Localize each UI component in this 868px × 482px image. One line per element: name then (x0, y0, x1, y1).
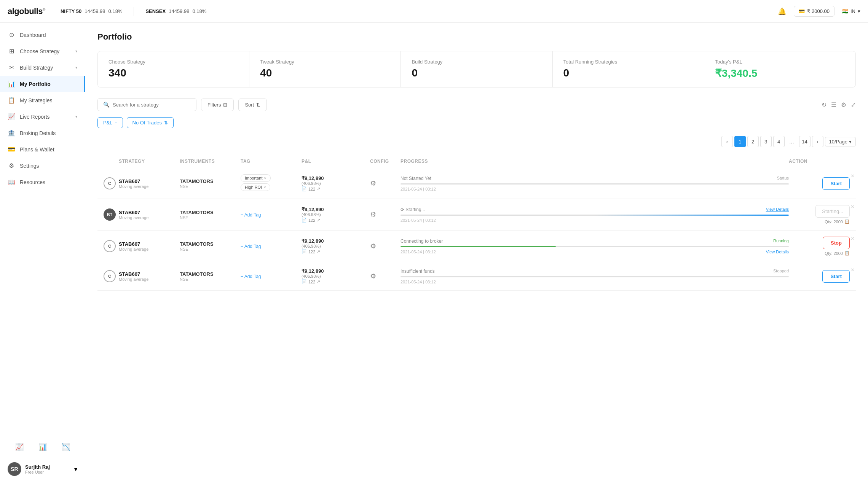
page-button-4[interactable]: 4 (773, 136, 785, 147)
nifty-market: NIFTY 50 14459.98 0.18% (61, 8, 123, 14)
sort-tag-trades[interactable]: No Of Trades ⇅ (127, 117, 174, 128)
sidebar-item-label: My Portfolio (20, 81, 51, 87)
sidebar-item-my-portfolio[interactable]: 📊 My Portfolio (0, 76, 85, 92)
col-action: Action (789, 159, 850, 164)
sidebar-item-plans-wallet[interactable]: 💳 Plans & Wallet (0, 141, 85, 157)
config-gear-icon[interactable]: ⚙ (370, 272, 376, 280)
sort-tag-pnl[interactable]: P&L ↑ (97, 117, 123, 128)
per-page-select[interactable]: 10/Page ▾ (825, 137, 856, 146)
external-link-icon[interactable]: ↗ (317, 218, 320, 223)
progress-section: Not Started Yet Status 2021-05-24 | 03:1… (400, 176, 789, 191)
strategy-sub: Moving average (119, 277, 180, 282)
gear-icon[interactable]: ⚙ (841, 101, 846, 108)
start-button[interactable]: Start (822, 270, 850, 283)
sidebar-item-broking-details[interactable]: 🏦 Broking Details (0, 125, 85, 141)
chevron-down-icon: ▾ (75, 49, 77, 53)
strategy-sub: Moving average (119, 247, 180, 251)
sidebar-item-settings[interactable]: ⚙ Settings (0, 157, 85, 174)
page-button-14[interactable]: 14 (799, 136, 811, 147)
close-row-icon[interactable]: × (851, 173, 854, 180)
instrument-name: TATAMOTORS (180, 210, 241, 215)
filters-button[interactable]: Filters ⊟ (201, 99, 234, 111)
page-title: Portfolio (97, 32, 856, 42)
user-info[interactable]: SR Surjith Raj Free User ▾ (8, 462, 77, 476)
columns-icon[interactable]: ☰ (831, 101, 836, 108)
expand-icon[interactable]: ⤢ (851, 101, 856, 108)
search-box[interactable]: 🔍 (97, 98, 196, 111)
tag-remove-icon[interactable]: × (264, 176, 266, 180)
resources-icon: 📖 (8, 178, 15, 186)
strategy-name: STAB607 (119, 241, 180, 247)
config-gear-icon[interactable]: ⚙ (370, 180, 376, 187)
view-details-link[interactable]: View Details (766, 250, 789, 254)
sidebar-item-label: Choose Strategy (20, 48, 59, 54)
search-input[interactable] (113, 102, 191, 108)
sidebar-item-build-strategy[interactable]: ✂ Build Strategy ▾ (0, 59, 85, 76)
strategy-name: STAB607 (119, 210, 180, 215)
external-link-icon[interactable]: ↗ (317, 186, 320, 191)
add-tag-button[interactable]: + Add Tag (241, 212, 261, 218)
pnl-cell: ₹9,12,890 (406.98%) 📄 122 ↗ (302, 268, 370, 284)
action-cell: Start (789, 270, 850, 283)
progress-bar (400, 183, 789, 185)
page-button-3[interactable]: 3 (760, 136, 772, 147)
progress-bar (400, 215, 789, 216)
progress-status: Not Started Yet (400, 176, 431, 181)
stop-button[interactable]: Stop (823, 237, 850, 249)
chart-line-icon[interactable]: 📈 (15, 443, 24, 451)
sidebar-item-live-reports[interactable]: 📈 Live Reports ▾ (0, 108, 85, 125)
config-gear-icon[interactable]: ⚙ (370, 242, 376, 250)
sort-button[interactable]: Sort ⇅ (238, 99, 267, 111)
pagination: ‹ 1 2 3 4 … 14 › 10/Page ▾ (97, 136, 856, 147)
sidebar-item-my-strategies[interactable]: 📋 My Strategies (0, 92, 85, 108)
balance-box[interactable]: 💳 ₹ 2000.00 (794, 6, 834, 17)
config-gear-icon[interactable]: ⚙ (370, 211, 376, 218)
page-button-2[interactable]: 2 (747, 136, 759, 147)
strategy-type-badge: C (104, 270, 116, 282)
user-role: Free User (25, 470, 50, 474)
filter-icon: ⊟ (223, 102, 227, 108)
sidebar-item-choose-strategy[interactable]: ⊞ Choose Strategy ▾ (0, 43, 85, 59)
broking-icon: 🏦 (8, 129, 15, 137)
next-page-button[interactable]: › (812, 136, 823, 147)
chart-candle-icon[interactable]: 📉 (62, 443, 70, 451)
chart-bar-icon[interactable]: 📊 (38, 443, 47, 451)
stat-value: 0 (563, 67, 693, 79)
pnl-cell: ₹9,12,890 (406.98%) 📄 122 ↗ (302, 207, 370, 223)
close-row-icon[interactable]: × (851, 235, 854, 242)
refresh-icon[interactable]: ↻ (822, 101, 827, 108)
pnl-trades: 📄 122 ↗ (302, 279, 370, 284)
sidebar-item-label: Plans & Wallet (20, 146, 54, 153)
chevron-down-icon: ▾ (75, 115, 77, 119)
external-link-icon[interactable]: ↗ (317, 249, 320, 254)
sidebar-item-resources[interactable]: 📖 Resources (0, 174, 85, 190)
pnl-percent: (406.98%) (302, 181, 370, 186)
region-selector[interactable]: 🇮🇳 IN ▾ (842, 8, 860, 14)
page-button-1[interactable]: 1 (734, 136, 746, 147)
close-row-icon[interactable]: × (851, 204, 854, 210)
sensex-value: 14459.98 (169, 8, 189, 14)
add-tag-button[interactable]: + Add Tag (241, 274, 261, 279)
sidebar-item-dashboard[interactable]: ⊙ Dashboard (0, 27, 85, 43)
toolbar: 🔍 Filters ⊟ Sort ⇅ ↻ ☰ ⚙ ⤢ (97, 98, 856, 111)
trades-count: 122 (308, 218, 315, 223)
tag-remove-icon[interactable]: × (263, 185, 266, 189)
tag-label: High ROI (245, 185, 262, 189)
stat-label: Build Strategy (412, 59, 541, 65)
copy-icon[interactable]: 📋 (844, 219, 850, 224)
notification-icon[interactable]: 🔔 (778, 7, 786, 16)
trades-count: 122 (308, 250, 315, 254)
sensex-market: SENSEX 14459.98 0.18% (145, 8, 206, 14)
close-row-icon[interactable]: × (851, 267, 854, 274)
start-button[interactable]: Start (822, 177, 850, 190)
progress-section: Insufficient funds Stopped 2021-05-24 | … (400, 269, 789, 284)
copy-icon[interactable]: 📋 (844, 251, 850, 256)
view-details-link[interactable]: View Details (766, 207, 789, 212)
prev-page-button[interactable]: ‹ (721, 136, 733, 147)
avatar: SR (8, 462, 21, 476)
external-link-icon[interactable]: ↗ (317, 279, 320, 284)
add-tag-button[interactable]: + Add Tag (241, 244, 261, 249)
pnl-trades: 📄 122 ↗ (302, 218, 370, 223)
tag-label: Important (245, 176, 262, 180)
table-row: C STAB607 Moving average TATAMOTORS NSE … (97, 168, 856, 199)
